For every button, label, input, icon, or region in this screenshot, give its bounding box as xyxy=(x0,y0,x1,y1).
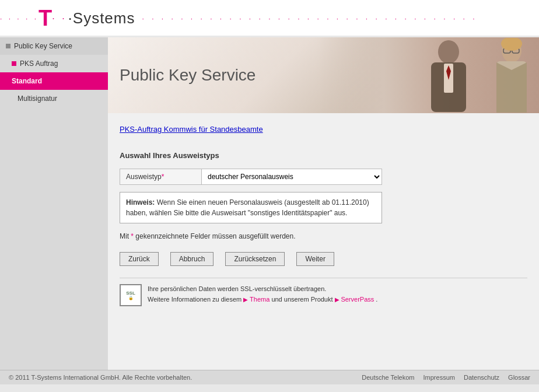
sidebar-label-multisignatur: Multisignatur xyxy=(18,94,57,103)
back-button[interactable]: Zurück xyxy=(120,252,159,266)
header-dots-right: · · · · · · · · · · · · · · · · · · · · … xyxy=(135,15,540,23)
sidebar-label-standard: Standard xyxy=(12,77,42,85)
ssl-text4: . xyxy=(376,296,377,303)
ssl-badge: SSL 🔒 xyxy=(120,284,142,306)
hint-box: Hinweis: Wenn Sie einen neuen Personalau… xyxy=(120,192,382,223)
svg-point-0 xyxy=(438,40,459,64)
footer: © 2011 T-Systems International GmbH. All… xyxy=(0,370,539,384)
form-area: PKS-Auftrag Kommwis für Standesbeamte Au… xyxy=(108,113,539,315)
systems-text: ·Systems xyxy=(68,9,135,27)
footer-link-deutsche-telekom[interactable]: Deutsche Telekom xyxy=(362,374,414,381)
ausweistyp-select[interactable]: deutscher Personalausweis Reisepass sons… xyxy=(202,170,382,184)
ssl-text3: und unserem Produkt xyxy=(271,296,332,303)
content-area: Public Key Service xyxy=(108,37,539,370)
ssl-text2: Weitere Informationen zu diesem xyxy=(148,296,242,303)
sidebar-item-standard[interactable]: Standard xyxy=(0,72,108,90)
svg-marker-10 xyxy=(496,62,512,113)
ssl-line1: Ihre persönlichen Daten werden SSL-versc… xyxy=(148,284,377,295)
sidebar: Public Key Service PKS Auftrag Standard … xyxy=(0,37,108,370)
banner: Public Key Service xyxy=(108,37,539,113)
ssl-link-serverpass[interactable]: ServerPass xyxy=(341,296,374,303)
sidebar-item-public-key-service[interactable]: Public Key Service xyxy=(0,37,108,55)
t-logo: T xyxy=(38,6,51,31)
sidebar-label-public-key-service: Public Key Service xyxy=(14,42,72,50)
hint-text: Wenn Sie einen neuen Personalausweis (au… xyxy=(126,198,369,217)
ssl-text-block: Ihre persönlichen Daten werden SSL-versc… xyxy=(148,284,377,304)
field-row-ausweistyp: Ausweistyp* deutscher Personalausweis Re… xyxy=(120,169,382,185)
next-button[interactable]: Weiter xyxy=(296,252,334,266)
sidebar-item-multisignatur[interactable]: Multisignatur xyxy=(0,90,108,107)
logo-dots: · · xyxy=(51,13,68,24)
footer-link-datenschutz[interactable]: Datenschutz xyxy=(464,374,499,381)
sidebar-bullet-1 xyxy=(6,44,10,48)
sidebar-bullet-2 xyxy=(12,61,16,66)
ssl-arrow-1: ▶ xyxy=(243,296,250,303)
ssl-badge-sub: 🔒 xyxy=(128,296,134,300)
banner-people xyxy=(317,37,539,113)
cancel-button[interactable]: Abbruch xyxy=(170,252,214,266)
main-layout: Public Key Service PKS Auftrag Standard … xyxy=(0,37,539,370)
ssl-arrow-2: ▶ xyxy=(335,296,341,303)
required-note: Mit * gekennzeichnete Felder müssen ausg… xyxy=(120,232,527,240)
required-note-text: gekennzeichnete Felder müssen ausgefüllt… xyxy=(135,232,295,240)
button-row: Zurück Abbruch Zurücksetzen Weiter xyxy=(120,252,527,266)
field-label-text: Ausweistyp xyxy=(126,173,162,181)
ssl-link-thema[interactable]: Thema xyxy=(250,296,270,303)
section-title: Auswahl Ihres Ausweistyps xyxy=(120,151,527,160)
svg-marker-11 xyxy=(512,62,527,113)
sidebar-label-pks-auftrag: PKS Auftrag xyxy=(20,60,58,68)
reset-button[interactable]: Zurücksetzen xyxy=(225,252,285,266)
ssl-line2: Weitere Informationen zu diesem ▶ Thema … xyxy=(148,295,377,305)
required-marker: * xyxy=(162,173,164,181)
header-dots-left: · · · · · xyxy=(0,15,38,23)
ssl-badge-text: SSL xyxy=(126,290,135,296)
person-man-icon xyxy=(419,39,478,112)
person-woman-icon xyxy=(484,38,539,113)
footer-links: Deutsche Telekom Impressum Datenschutz G… xyxy=(362,374,530,381)
footer-link-glossar[interactable]: Glossar xyxy=(508,374,530,381)
footer-link-impressum[interactable]: Impressum xyxy=(424,374,455,381)
header: · · · · · T · · ·Systems · · · · · · · ·… xyxy=(0,0,539,37)
sidebar-item-pks-auftrag[interactable]: PKS Auftrag xyxy=(0,55,108,72)
ssl-section: SSL 🔒 Ihre persönlichen Daten werden SSL… xyxy=(120,278,527,306)
page-link[interactable]: PKS-Auftrag Kommwis für Standesbeamte xyxy=(120,125,263,134)
banner-title: Public Key Service xyxy=(108,66,256,85)
field-label-ausweistyp: Ausweistyp* xyxy=(120,169,202,184)
footer-copyright: © 2011 T-Systems International GmbH. All… xyxy=(9,374,192,381)
required-star: * xyxy=(131,232,134,240)
hint-label: Hinweis: xyxy=(126,198,155,206)
